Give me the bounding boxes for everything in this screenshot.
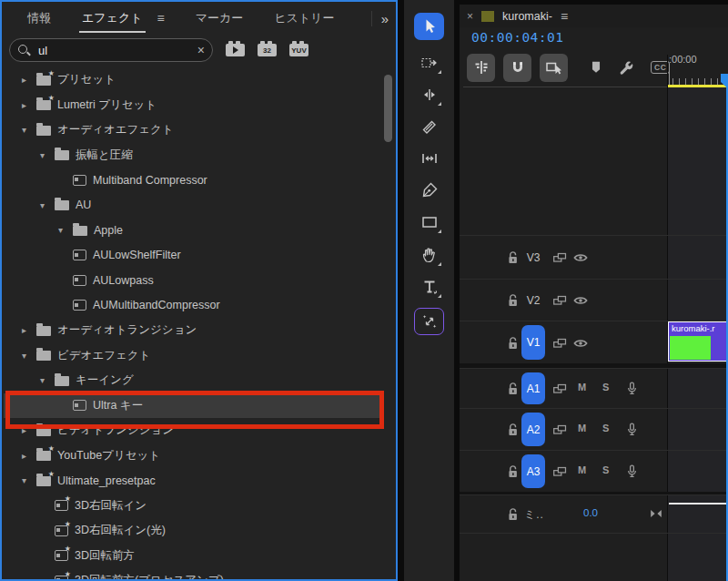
- playhead-timecode[interactable]: 00:00:04:01: [471, 30, 564, 45]
- chevron-down-icon[interactable]: ▾: [36, 150, 48, 160]
- mute-button[interactable]: M: [578, 464, 586, 475]
- track-output-toggle[interactable]: [572, 292, 589, 309]
- chevron-right-icon[interactable]: ▸: [18, 325, 30, 335]
- pen-tool[interactable]: [414, 177, 444, 204]
- track-lock-toggle[interactable]: [505, 381, 521, 397]
- sequence-tab-title[interactable]: kuromaki-: [502, 10, 552, 23]
- tree-item[interactable]: AULowShelfFilter: [4, 243, 383, 269]
- video-audio-divider[interactable]: [460, 363, 728, 368]
- chevron-down-icon[interactable]: ▾: [55, 225, 66, 235]
- tree-item[interactable]: Multiband Compressor: [4, 168, 383, 193]
- tree-item[interactable]: 3D右回転イン: [4, 494, 383, 519]
- scrollbar-thumb[interactable]: [384, 75, 392, 142]
- razor-tool[interactable]: [414, 113, 444, 140]
- track-lock-toggle[interactable]: [505, 335, 521, 352]
- hand-tool[interactable]: [414, 241, 444, 269]
- chevron-right-icon[interactable]: ▸: [18, 451, 30, 461]
- tree-item[interactable]: ▾Apple: [4, 218, 383, 243]
- snap-toggle-button[interactable]: [503, 54, 531, 82]
- chevron-right-icon[interactable]: ▸: [18, 100, 30, 110]
- tree-item[interactable]: ▸YouTubeプリセット: [4, 443, 383, 469]
- tree-item[interactable]: ▸オーディオトランジション: [4, 318, 383, 343]
- scrollbar-track[interactable]: [384, 69, 393, 576]
- timeline-clip-kuromaki[interactable]: kuromaki-.r: [668, 321, 728, 362]
- track-select-forward-tool[interactable]: [414, 49, 444, 76]
- tree-item[interactable]: ▸プリセット: [4, 67, 383, 93]
- panel-overflow-icon[interactable]: »: [371, 11, 390, 26]
- sync-lock-toggle[interactable]: [551, 335, 568, 352]
- search-input[interactable]: [36, 43, 192, 58]
- track-target-badge[interactable]: V2: [521, 280, 545, 321]
- track-lock-toggle[interactable]: [505, 250, 521, 266]
- sync-lock-toggle[interactable]: [551, 250, 568, 266]
- selection-tool[interactable]: [414, 13, 444, 40]
- solo-button[interactable]: S: [602, 423, 609, 433]
- slip-tool[interactable]: [414, 145, 444, 172]
- panel-menu-icon[interactable]: ≡: [561, 9, 568, 24]
- mute-button[interactable]: M: [578, 382, 586, 392]
- clear-search-icon[interactable]: ×: [197, 43, 205, 57]
- tree-item[interactable]: 3D右回転イン(光): [4, 518, 383, 544]
- chevron-down-icon[interactable]: ▾: [36, 375, 48, 385]
- master-level-line[interactable]: [669, 503, 728, 505]
- voiceover-record-button[interactable]: [624, 464, 640, 479]
- track-lock-toggle[interactable]: [505, 464, 521, 480]
- track-output-toggle[interactable]: [572, 250, 589, 266]
- tab-markers[interactable]: マーカー: [196, 10, 244, 26]
- tree-item[interactable]: ▾キーイング: [4, 368, 383, 393]
- ripple-edit-tool[interactable]: [414, 81, 444, 108]
- transform-sparkle-tool[interactable]: [414, 308, 444, 335]
- track-target-badge[interactable]: A2: [521, 413, 545, 446]
- track-output-toggle[interactable]: [572, 335, 589, 352]
- tree-item[interactable]: ▾振幅と圧縮: [4, 143, 383, 168]
- sync-lock-toggle[interactable]: [551, 292, 568, 309]
- panel-menu-icon[interactable]: ≡: [157, 11, 165, 25]
- tab-history[interactable]: ヒストリー: [274, 10, 334, 26]
- sync-lock-toggle[interactable]: [551, 464, 568, 480]
- track-lock-toggle[interactable]: [505, 292, 521, 309]
- track-lock-toggle[interactable]: [505, 422, 521, 438]
- yuv-effects-filter-button[interactable]: YUV: [289, 44, 308, 56]
- track-target-badge[interactable]: V3: [521, 236, 545, 280]
- track-target-badge[interactable]: V1: [521, 325, 545, 360]
- solo-button[interactable]: S: [602, 464, 609, 475]
- tree-item[interactable]: ▾オーディオエフェクト: [4, 117, 383, 143]
- tree-item[interactable]: 3D回転前方: [4, 544, 383, 569]
- tree-item[interactable]: ▾AU: [4, 193, 383, 219]
- add-marker-button[interactable]: [586, 56, 606, 78]
- tab-info[interactable]: 情報: [27, 10, 51, 26]
- close-panel-icon[interactable]: ×: [467, 10, 473, 23]
- tree-item[interactable]: ▾Ultimate_presetpac: [4, 468, 383, 494]
- 32bit-color-filter-button[interactable]: 32: [258, 44, 277, 56]
- rectangle-tool[interactable]: [414, 209, 444, 236]
- accelerated-effects-filter-button[interactable]: [226, 44, 245, 56]
- voiceover-record-button[interactable]: [624, 422, 640, 437]
- nest-sequences-toggle-button[interactable]: [467, 54, 495, 82]
- master-gain-value[interactable]: 0.0: [583, 507, 598, 518]
- chevron-down-icon[interactable]: ▾: [18, 475, 30, 485]
- chevron-down-icon[interactable]: ▾: [18, 351, 30, 361]
- tab-effects[interactable]: エフェクト: [82, 10, 143, 26]
- chevron-down-icon[interactable]: ▾: [18, 125, 30, 135]
- linked-selection-button[interactable]: [540, 54, 568, 82]
- tree-item[interactable]: 3D回転前方(プロセスアンプ): [4, 568, 383, 579]
- chevron-right-icon[interactable]: ▸: [18, 75, 30, 85]
- sync-lock-toggle[interactable]: [551, 381, 568, 397]
- timeline-settings-button[interactable]: [616, 56, 636, 78]
- solo-button[interactable]: S: [602, 382, 609, 392]
- sync-lock-toggle[interactable]: [551, 422, 568, 438]
- tree-item[interactable]: AUMultibandCompressor: [4, 293, 383, 319]
- chevron-down-icon[interactable]: ▾: [36, 200, 48, 210]
- type-tool[interactable]: [414, 273, 444, 301]
- lock-icon[interactable]: [505, 506, 521, 523]
- collapse-master-icon[interactable]: [648, 505, 664, 522]
- time-ruler-ticks[interactable]: [672, 78, 725, 85]
- track-target-badge[interactable]: A3: [521, 454, 545, 488]
- tree-item[interactable]: AULowpass: [4, 268, 383, 293]
- effects-search-box[interactable]: ×: [9, 38, 213, 62]
- track-target-badge[interactable]: A1: [521, 372, 545, 404]
- voiceover-record-button[interactable]: [624, 381, 640, 396]
- tree-item[interactable]: ▾ビデオエフェクト: [4, 343, 383, 369]
- tree-item[interactable]: ▸Lumetri プリセット: [4, 93, 383, 118]
- mute-button[interactable]: M: [578, 423, 586, 433]
